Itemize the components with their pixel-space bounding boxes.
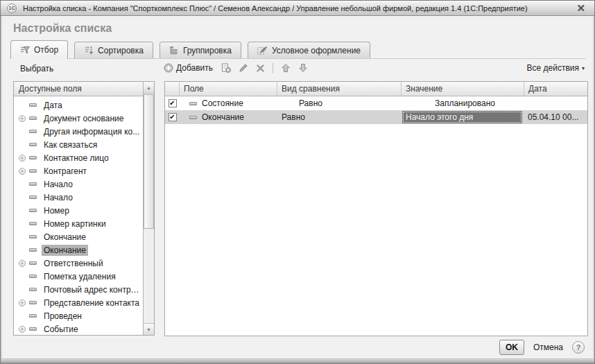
- add-icon: [164, 63, 173, 73]
- field-item-label: Окончание: [42, 232, 88, 243]
- field-item[interactable]: Окончание: [14, 230, 143, 243]
- comparison-cell[interactable]: Равно: [277, 98, 402, 108]
- field-item-label: Представление контакта: [42, 297, 141, 309]
- tab-grouping[interactable]: Группировка: [159, 42, 241, 58]
- tab-label: Отбор: [34, 45, 58, 55]
- field-item[interactable]: +Контактное лицо: [14, 151, 143, 164]
- expand-icon[interactable]: +: [19, 326, 26, 333]
- field-item-selected[interactable]: Окончание: [14, 243, 143, 257]
- add-group-button[interactable]: [219, 62, 232, 73]
- field-item-label: Контрагент: [42, 166, 89, 177]
- row-checkbox[interactable]: ✔: [169, 99, 177, 107]
- edit-button[interactable]: [237, 62, 250, 73]
- attribute-icon: [29, 222, 37, 225]
- column-header-value[interactable]: Значение: [402, 82, 524, 96]
- field-item[interactable]: +Ответственный: [14, 257, 143, 270]
- field-item[interactable]: Как связаться: [14, 138, 143, 151]
- pencil-icon: [239, 63, 248, 73]
- filter-table: Поле Вид сравнения Значение Дата ✔ Состо…: [164, 81, 588, 336]
- field-item[interactable]: Почтовый адрес контра...: [14, 283, 143, 296]
- field-item[interactable]: Пометка удаления: [14, 270, 143, 283]
- field-item[interactable]: Начало: [14, 191, 143, 204]
- field-item-label: Начало: [42, 192, 75, 203]
- field-cell: Состояние: [202, 98, 243, 108]
- tab-filter[interactable]: Отбор: [10, 40, 68, 59]
- expand-icon[interactable]: +: [19, 300, 26, 306]
- attribute-icon: [29, 288, 37, 291]
- field-item[interactable]: Номер: [14, 204, 143, 217]
- add-button[interactable]: Добавить: [162, 62, 214, 73]
- field-item-label: Проведен: [42, 311, 84, 322]
- move-up-button[interactable]: [279, 62, 292, 73]
- scroll-up-icon[interactable]: ▲: [144, 82, 154, 94]
- tab-label: Группировка: [183, 46, 232, 55]
- table-header-row: Поле Вид сравнения Значение Дата: [165, 82, 587, 96]
- 1c-logo-icon: 1С: [7, 3, 17, 13]
- attribute-icon: [189, 102, 197, 105]
- column-header-date[interactable]: Дата: [524, 82, 587, 96]
- attribute-icon: [29, 169, 37, 173]
- attribute-icon: [29, 301, 37, 304]
- field-item-label: Пометка удаления: [42, 271, 118, 282]
- field-item[interactable]: Номер картинки: [14, 217, 143, 230]
- page-title: Настройка списка: [13, 22, 112, 35]
- tab-strip: Отбор Сортировка Группировка Условное оф…: [10, 40, 586, 59]
- column-header-field[interactable]: Поле: [180, 82, 277, 96]
- table-row-selected[interactable]: ✔ Окончание Равно Начало этого дня 05.04…: [165, 110, 587, 124]
- all-actions-button[interactable]: Все действия ▾: [526, 62, 586, 73]
- field-item[interactable]: +Документ основание: [14, 112, 143, 125]
- all-actions-label: Все действия: [527, 63, 579, 73]
- scrollbar-thumb[interactable]: [144, 94, 154, 229]
- table-row[interactable]: ✔ Состояние Равно Запланировано: [165, 96, 587, 110]
- comparison-cell[interactable]: Равно: [277, 112, 402, 122]
- field-item[interactable]: Начало: [14, 177, 143, 191]
- ok-button[interactable]: OK: [499, 340, 524, 355]
- value-cell[interactable]: Запланировано: [402, 98, 524, 108]
- brush-icon: [257, 46, 268, 55]
- select-button[interactable]: Выбрать: [17, 62, 56, 75]
- field-item[interactable]: Проведен: [14, 309, 143, 322]
- expand-icon[interactable]: +: [19, 115, 26, 122]
- move-down-button[interactable]: [297, 62, 309, 73]
- field-item[interactable]: Другая информация ко...: [14, 125, 143, 138]
- attribute-icon: [29, 116, 37, 120]
- attribute-icon: [29, 196, 37, 199]
- help-icon[interactable]: ?: [572, 341, 585, 354]
- field-item[interactable]: +Представление контакта: [14, 296, 143, 309]
- close-icon[interactable]: ✕: [574, 3, 588, 13]
- tab-label: Условное оформление: [272, 46, 361, 55]
- title-bar: 1С Настройка списка - Компания "Спортком…: [1, 1, 594, 16]
- date-cell: 05.04.10 00...: [524, 112, 587, 122]
- window-bottom-border: [1, 358, 594, 363]
- field-item-label: Событие: [42, 324, 80, 335]
- available-fields-header: Доступные поля: [14, 82, 143, 96]
- field-item-label: Номер картинки: [42, 218, 108, 229]
- expand-icon[interactable]: +: [19, 155, 26, 162]
- field-item-label: Почтовый адрес контра...: [42, 284, 143, 295]
- column-header-checkbox[interactable]: [165, 82, 180, 96]
- window-title: Настройка списка - Компания "Спорткомпле…: [23, 4, 528, 12]
- field-item[interactable]: Дата: [14, 98, 143, 112]
- attribute-icon: [189, 116, 197, 119]
- chevron-down-icon: ▾: [582, 65, 585, 71]
- add-group-icon: [221, 63, 231, 73]
- value-cell-selected[interactable]: Начало этого дня: [402, 111, 522, 123]
- attribute-icon: [29, 103, 37, 107]
- column-header-comparison[interactable]: Вид сравнения: [277, 82, 402, 96]
- field-item[interactable]: +Событие: [14, 322, 143, 335]
- expand-icon[interactable]: +: [19, 260, 26, 267]
- delete-button[interactable]: [255, 63, 266, 73]
- scroll-down-icon[interactable]: ▼: [144, 323, 154, 335]
- attribute-icon: [29, 235, 37, 239]
- attribute-icon: [29, 156, 37, 159]
- tab-conditional-formatting[interactable]: Условное оформление: [248, 42, 370, 58]
- row-checkbox[interactable]: ✔: [169, 113, 177, 121]
- attribute-icon: [29, 261, 37, 265]
- cancel-button[interactable]: Отмена: [532, 343, 564, 352]
- fields-scrollbar[interactable]: ▲ ▼: [143, 82, 154, 335]
- expand-icon[interactable]: +: [19, 168, 26, 175]
- attribute-icon: [29, 314, 37, 318]
- tab-sorting[interactable]: Сортировка: [74, 42, 153, 58]
- field-item[interactable]: +Контрагент: [14, 164, 143, 177]
- attribute-icon: [29, 143, 37, 146]
